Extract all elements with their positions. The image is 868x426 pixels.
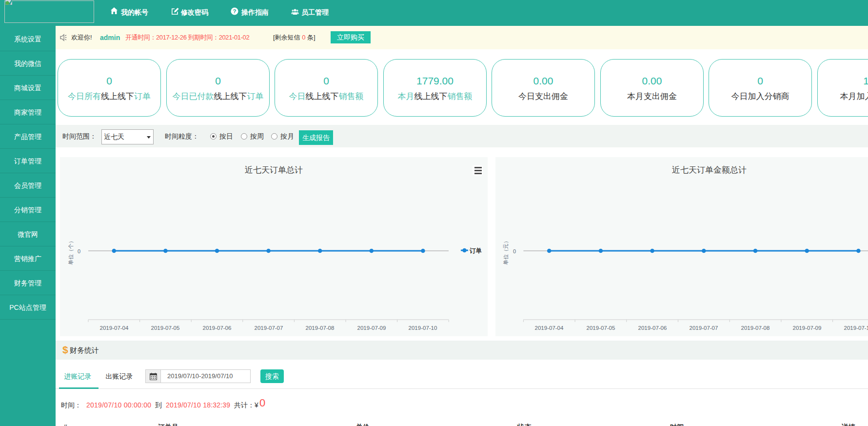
- svg-text:?: ?: [233, 8, 237, 14]
